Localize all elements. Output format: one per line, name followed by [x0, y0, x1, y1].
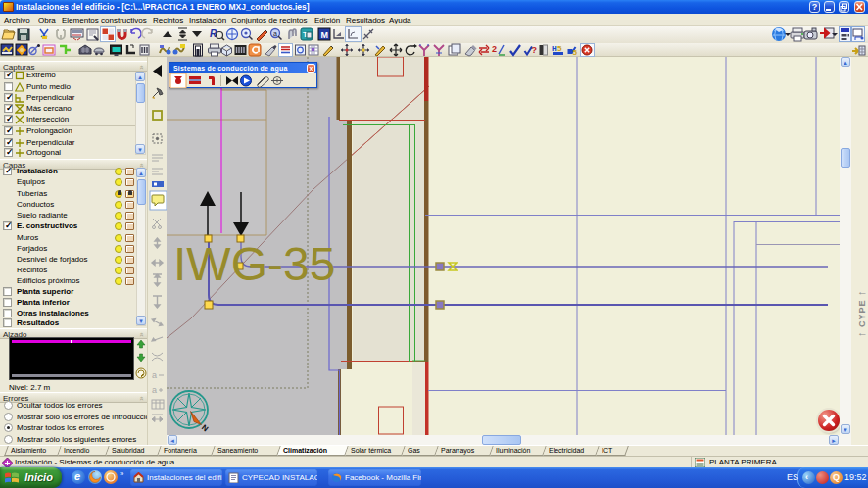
svg-text:5: 5 — [557, 44, 562, 53]
svg-text:5: 5 — [573, 48, 578, 57]
svg-text:2: 2 — [492, 44, 497, 54]
svg-text:a: a — [152, 370, 157, 380]
svg-text:a: a — [273, 30, 277, 37]
svg-text:IWG-35: IWG-35 — [173, 238, 335, 290]
svg-text:?: ? — [532, 45, 538, 55]
svg-text:a: a — [152, 385, 157, 395]
svg-text:M: M — [321, 30, 329, 40]
